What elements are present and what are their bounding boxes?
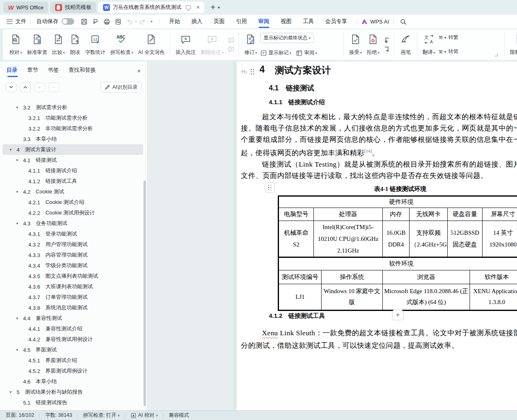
ribbon-restrict-editing-button[interactable]: 限制编辑 [508,31,517,58]
table-cell[interactable]: 支持双频（2.4GHz+5GHz） [410,221,448,257]
menu-开始[interactable]: 开始 [163,15,186,28]
review-pane-button[interactable]: 审阅▾ [296,49,317,56]
print-icon[interactable] [102,17,112,26]
expand-all-button[interactable] [20,83,31,92]
hamburger-icon[interactable] [6,19,13,24]
ribbon-word-count-button[interactable]: 12 字数统计 [83,31,108,58]
ribbon-spell-check-button[interactable]: ABC 拼写检查▾ [108,31,136,58]
table-cell[interactable]: LJ1 [279,284,322,310]
tab-wps-home[interactable]: W WPS Office [3,2,48,13]
caret-down-icon[interactable]: ▾ [16,348,23,352]
table-cell[interactable]: 14 英寸 1920x1080 [483,221,517,257]
toc-item-4.1[interactable]: ▾4.1链接测试 [2,155,143,165]
caret-down-icon[interactable]: ▾ [16,221,23,225]
ribbon-compare-button[interactable]: 比较▾ [50,31,68,58]
menu-工具[interactable]: 工具 [297,15,320,28]
ribbon-reject-button[interactable]: 拒绝▾ [364,31,382,58]
table-column-header[interactable]: 操作系统 [322,270,383,284]
tab-list-chevron-icon[interactable]: ▾ [218,5,220,10]
document-page[interactable]: H1 4测试方案设计 4.1 链接测试 4.1.1 链接测试介绍 超文本与传统文… [236,62,517,410]
menu-会员专享[interactable]: 会员专享 [320,15,353,28]
drag-handle-icon[interactable] [251,69,254,75]
file-menu[interactable]: 文件 [15,18,26,25]
sidebar-tab-find-replace[interactable]: 查找和替换 [69,66,96,77]
menu-引用[interactable]: 引用 [230,15,253,28]
table-section-header[interactable]: 硬件环境 [279,197,517,208]
tab-document-active[interactable]: W 万岳在线教育系统的系统测试 × [98,2,204,13]
toc-item-4[interactable]: ▾4测试方案设计 [2,144,143,155]
ribbon-ai-polish-button[interactable]: AI 全文润色 [136,31,167,58]
table-cell[interactable]: 机械革命 S2 [279,221,314,257]
collapse-all-button[interactable] [6,83,17,92]
toc-item-3.2.2[interactable]: 3.2.2非功能测试需求分析 [2,123,143,134]
autosave-toggle[interactable] [62,18,74,25]
caret-down-icon[interactable]: ▾ [16,316,23,320]
table-column-header[interactable]: 处理器 [314,208,383,221]
toc-item-3.2.1[interactable]: 3.2.1功能测试需求分析 [2,113,143,123]
add-table-row-button[interactable]: + [392,310,403,320]
print-preview-icon[interactable] [113,17,123,26]
toc-item-4.4[interactable]: ▾4.4兼容性测试 [2,313,143,324]
table-column-header[interactable]: 测试环境编号 [279,270,322,284]
menu-审阅[interactable]: 审阅 [253,15,275,28]
toc-item-4.5[interactable]: ▾4.5界面测试 [2,345,143,355]
ribbon-track-changes-button[interactable]: 修订▾ [242,31,260,58]
toc-item-4.5.1[interactable]: 4.5.1界面测试介绍 [2,355,143,366]
table-cell[interactable]: Windows 10 家庭中文版 [322,284,383,310]
menu-页面[interactable]: 页面 [208,15,230,28]
table-column-header[interactable]: 浏览器 [383,270,470,284]
caret-down-icon[interactable]: ▾ [16,105,23,109]
caret-down-icon[interactable]: ▾ [10,148,17,152]
table-drag-handle[interactable] [265,182,275,193]
toc-item-4.3.1[interactable]: 4.3.1登录功能测试 [2,229,143,239]
sidebar-tab-chapters[interactable]: 章节 [27,66,38,77]
previous-change-icon[interactable] [383,37,390,43]
toc-item-4.4.1[interactable]: 4.4.1兼容性测试介绍 [2,324,143,334]
table-column-header[interactable]: 硬盘容量 [448,208,483,221]
search-icon[interactable] [399,17,408,26]
table-column-header[interactable]: 电脑型号 [279,208,314,221]
table-cell[interactable]: 16.0GB DDR4 [383,221,410,257]
toc-item-4.2[interactable]: ▾4.2Cookie 测试 [2,186,143,197]
word-count-indicator[interactable]: 字数: 38143 [45,412,72,419]
toc-item-4.2.2[interactable]: 4.2.2Cookie 测试用例设计 [2,208,143,218]
markup-state-dropdown[interactable]: 显示标记的最终状态▾ [260,33,314,43]
toc-item-4.3.8[interactable]: 4.3.8系统消息功能测试 [2,302,143,313]
ribbon-translate-button[interactable]: 文A 翻译▾ [420,31,438,58]
table-column-header[interactable]: 内存 [383,208,410,221]
toc-item-4.3[interactable]: ▾4.3业务功能测试 [2,218,143,229]
close-sidebar-icon[interactable]: × [137,67,141,77]
spellcheck-status[interactable]: 拼写检查: 打开▾ [83,412,120,419]
caret-down-icon[interactable]: ▾ [10,390,17,394]
table-cell[interactable]: Intel(R)Core(TM)i5-10210U CPU@1.60GHz 2.… [314,221,383,257]
save-icon[interactable] [79,17,89,26]
ribbon-accept-button[interactable]: 接受▾ [347,31,365,58]
ribbon-standard-review-button[interactable]: 标准审查 [25,31,50,58]
new-tab-button[interactable]: + [210,3,215,12]
toc-item-4.6[interactable]: 4.6本章小结 [2,376,143,387]
toc-item-4.2.1[interactable]: 4.2.1Cookie 测试介绍 [2,197,143,208]
close-tab-icon[interactable]: × [196,4,200,11]
show-markup-button[interactable]: 显示标记▾ [260,49,292,56]
to-traditional-button[interactable]: 简 转繁 [439,34,459,41]
toc-item-3.2[interactable]: ▾3.2测试需求分析 [2,102,143,113]
toc-item-4.1.1[interactable]: 4.1.1链接测试介绍 [2,165,143,176]
toc-item-4.1.2[interactable]: 4.1.2链接测试工具 [2,176,143,186]
sidebar-tab-bookmarks[interactable]: 书签 [48,66,59,77]
wps-ai-button[interactable]: WPS AI [361,19,389,25]
tab-docer-templates[interactable]: 找稻壳模板 [50,2,96,13]
ribbon-proofread-button[interactable]: 校对▾ [7,31,25,58]
monitor-icon[interactable] [186,5,191,9]
menu-插入[interactable]: 插入 [186,15,208,28]
table-column-header[interactable]: 软件版本 [470,270,517,284]
page-indicator[interactable]: 页面: 16/102 [6,412,34,419]
toc-item-3.3[interactable]: 3.3本章小结 [2,134,143,144]
toc-item-5.1[interactable]: 5.1链接测试报告 [2,397,143,408]
ribbon-brush-button[interactable]: 画笔 [398,31,414,58]
sidebar-tab-toc[interactable]: 目录 [6,66,17,77]
toc-item-4.4.2[interactable]: 4.4.2兼容性测试用例设计 [2,334,143,345]
menu-视图[interactable]: 视图 [275,15,297,28]
ribbon-read-aloud-button[interactable]: 朗读 [67,31,83,58]
toc-item-4.3.3[interactable]: 4.3.3内容管理功能测试 [2,250,143,260]
ribbon-insert-comment-button[interactable]: 插入批注 [173,31,198,58]
